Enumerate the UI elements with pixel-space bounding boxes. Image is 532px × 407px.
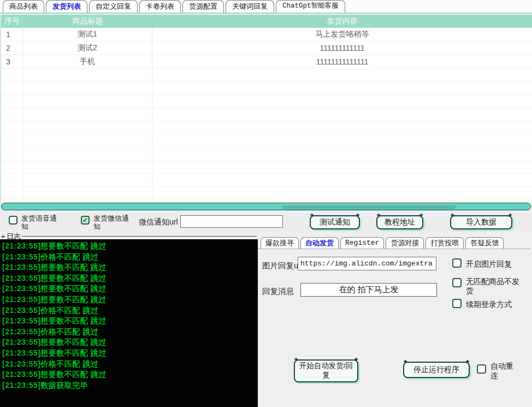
log-divider (22, 236, 257, 237)
log-line: [21:23:55]想要数不匹配 跳过 (2, 273, 256, 284)
table-empty-row (1, 95, 532, 108)
table-empty-row (1, 69, 532, 82)
no-match-no-ship-label: 无匹配商品不发货 (466, 277, 521, 296)
tab-feedback[interactable]: 答疑反馈 (465, 237, 504, 249)
cell-index: 3 (1, 55, 23, 69)
stop-program-button[interactable]: 停止运行程序 (403, 362, 470, 378)
table-row[interactable]: 2 测试2 111111111111 (1, 42, 532, 55)
enable-image-reply-checkbox[interactable]: ✓ (452, 258, 462, 268)
scrollbar-thumb[interactable] (282, 203, 456, 210)
log-line: [21:23:55]想要数不匹配 跳过 (2, 241, 256, 252)
cell-content: 马上发货咯稍等 (152, 28, 532, 42)
log-line: [21:23:55]价格不匹配 跳过 (2, 359, 256, 370)
log-line: [21:23:55]价格不匹配 跳过 (2, 327, 256, 338)
panel-tab-bar: 爆款搜寻 自动发货 Register 货源对接 打赏投喂 答疑反馈 (261, 236, 532, 249)
tab-register[interactable]: Register (340, 237, 384, 249)
reply-message-label: 回复消息 (262, 286, 294, 297)
tutorial-button[interactable]: 教程地址 (376, 215, 423, 229)
start-auto-ship-button[interactable]: 开始自动发货/回复 (294, 359, 358, 382)
tab-donate[interactable]: 打赏投喂 (425, 237, 464, 249)
reply-message-input[interactable] (300, 283, 437, 297)
cell-title: 手机 (23, 55, 152, 69)
cell-title: 测试2 (23, 42, 152, 55)
tab-auto-ship[interactable]: 自动发货 (300, 237, 339, 249)
cell-content: 11111111111111 (152, 55, 532, 69)
tab-chatgpt-service[interactable]: ChatGpt智能客服 (276, 0, 345, 13)
log-line: [21:23:55]想要数不匹配 跳过 (2, 337, 256, 348)
tab-custom-reply[interactable]: 自定义回复 (89, 0, 138, 13)
app-window: 商品列表 发货列表 自定义回复 卡卷列表 货源配置 关键词回复 ChatGpt智… (0, 0, 532, 407)
table-empty-row (1, 134, 532, 148)
log-line: [21:23:55]价格不匹配 跳过 (2, 305, 256, 316)
voice-notify-label: 发货语音通知 (21, 214, 61, 231)
horizontal-scrollbar[interactable] (1, 203, 531, 210)
table-header-content: 发货内容 (152, 15, 532, 28)
tab-product-list[interactable]: 商品列表 (3, 0, 44, 13)
log-line: [21:23:55]想要数不匹配 跳过 (2, 369, 256, 380)
table-header-title: 商品标题 (23, 15, 152, 28)
table-empty-row (1, 148, 532, 161)
wechat-url-label: 微信通知url (139, 217, 178, 227)
test-notify-button[interactable]: 测试通知 (310, 215, 360, 229)
cell-content: 111111111111 (152, 42, 532, 55)
log-decoration-icon: ☙ (1, 233, 5, 239)
cell-index: 1 (1, 28, 23, 42)
shipping-table: 序号 商品标题 发货内容 1 测试1 马上发货咯稍等 2 测试2 1111111… (0, 15, 532, 203)
image-reply-url-label: 图片回复url (262, 261, 303, 271)
log-line: [21:23:55]想要数不匹配 跳过 (2, 294, 256, 305)
table-header-row: 序号 商品标题 发货内容 (1, 15, 532, 28)
table-empty-row (1, 161, 532, 174)
tab-supply-config[interactable]: 货源配置 (182, 0, 224, 13)
table-empty-row (1, 82, 532, 95)
renew-login-checkbox[interactable]: ✓ (452, 299, 462, 308)
auto-ship-panel: 爆款搜寻 自动发货 Register 货源对接 打赏投喂 答疑反馈 图片回复ur… (258, 233, 532, 407)
log-legend: ☙ 日志 (0, 232, 258, 239)
log-line: [21:23:55]数据获取完毕 (2, 380, 256, 391)
cell-index: 2 (1, 42, 23, 55)
import-data-button[interactable]: 导入数据 (450, 215, 512, 229)
cell-title: 测试1 (23, 28, 152, 42)
log-line: [21:23:55]想要数不匹配 跳过 (2, 316, 256, 327)
tab-shipping-list[interactable]: 发货列表 (46, 0, 87, 13)
panel-tab-divider (258, 249, 530, 249)
voice-notify-checkbox[interactable]: ✓ (9, 216, 17, 225)
tab-card-list[interactable]: 卡卷列表 (139, 0, 181, 13)
table-empty-row (1, 108, 532, 121)
wechat-notify-checkbox[interactable]: ✓ (81, 216, 90, 225)
table-empty-row (1, 121, 532, 134)
log-line: [21:23:55]想要数不匹配 跳过 (2, 262, 256, 273)
auto-reconnect-checkbox[interactable]: ✓ (477, 364, 486, 374)
notify-toolbar: ✓ 发货语音通知 ✓ 发货微信通知 微信通知url 测试通知 教程地址 导入数据 (0, 211, 532, 233)
enable-image-reply-label: 开启图片回复 (466, 259, 512, 269)
table-row[interactable]: 3 手机 11111111111111 (1, 55, 532, 69)
log-line: [21:23:55]想要数不匹配 跳过 (2, 284, 256, 294)
image-reply-url-input[interactable] (298, 257, 436, 270)
table-empty-row (1, 187, 532, 200)
no-match-no-ship-checkbox[interactable]: ✓ (452, 278, 462, 287)
table-empty-row (1, 174, 532, 187)
tab-keyword-reply[interactable]: 关键词回复 (226, 0, 274, 13)
table-row[interactable]: 1 测试1 马上发货咯稍等 (1, 28, 532, 42)
tab-supply-dock[interactable]: 货源对接 (386, 237, 424, 249)
log-line: [21:23:55]价格不匹配 跳过 (2, 252, 256, 263)
wechat-url-input[interactable] (180, 215, 283, 228)
auto-reconnect-label: 自动重连 (490, 362, 516, 380)
main-tab-bar: 商品列表 发货列表 自定义回复 卡卷列表 货源配置 关键词回复 ChatGpt智… (0, 0, 532, 14)
log-terminal[interactable]: [21:23:55]想要数不匹配 跳过 [21:23:55]价格不匹配 跳过 [… (0, 239, 258, 407)
log-line: [21:23:55]想要数不匹配 跳过 (2, 348, 256, 359)
renew-login-label: 续期登录方式 (466, 300, 512, 309)
table-header-index: 序号 (1, 15, 23, 28)
wechat-notify-label: 发货微信通知 (93, 214, 133, 231)
tab-hot-search[interactable]: 爆款搜寻 (261, 237, 299, 249)
